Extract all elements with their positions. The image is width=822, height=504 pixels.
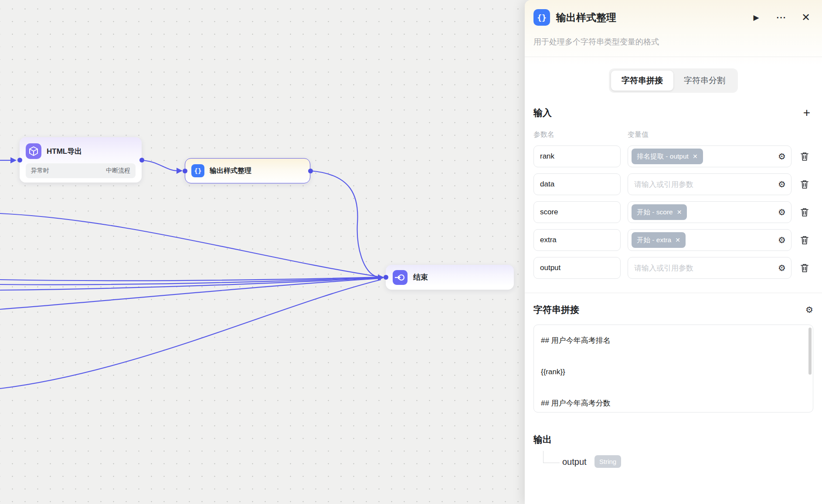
node-title: HTML导出 (47, 146, 82, 156)
remove-ref-icon[interactable]: ✕ (677, 209, 682, 216)
input-port[interactable] (384, 275, 388, 280)
node-html-export[interactable]: HTML导出 异常时 中断流程 (20, 137, 142, 183)
remove-ref-icon[interactable]: ✕ (675, 237, 680, 244)
ref-label: 开始 - extra (637, 236, 671, 245)
concat-template-editor[interactable]: ## 用户今年高考排名 {{rank}} ## 用户今年高考分数 (533, 325, 813, 413)
param-name-input[interactable] (533, 173, 621, 195)
param-name-input[interactable] (533, 257, 621, 279)
gear-icon[interactable]: ⚙ (778, 152, 786, 161)
param-row: 开始 - score ✕ ⚙ (533, 201, 813, 223)
tree-connector (543, 451, 560, 463)
ref-label: 开始 - score (637, 208, 673, 217)
template-line: {{rank}} (541, 366, 802, 378)
run-button[interactable]: ▶ (749, 10, 764, 25)
param-value-box[interactable]: 开始 - score ✕ ⚙ (628, 201, 791, 223)
error-action: 中断流程 (106, 167, 130, 175)
gear-icon[interactable]: ⚙ (778, 180, 786, 189)
panel-subtitle: 用于处理多个字符串类型变量的格式 (533, 37, 813, 47)
param-row: 排名提取 - output ✕ ⚙ (533, 145, 813, 167)
trash-icon[interactable] (799, 235, 810, 245)
output-param-name: output (562, 457, 587, 467)
param-row: 请输入或引用参数 ⚙ (533, 173, 813, 195)
param-value-box[interactable]: 请输入或引用参数 ⚙ (628, 257, 791, 279)
gear-icon[interactable]: ⚙ (805, 305, 813, 314)
cube-icon (26, 143, 41, 159)
trash-icon[interactable] (799, 151, 810, 162)
param-value-box[interactable]: 请输入或引用参数 ⚙ (628, 173, 791, 195)
template-line: ## 用户今年高考分数 (541, 397, 802, 409)
col-param-value: 变量值 (628, 130, 649, 139)
mode-tabs: 字符串拼接 字符串分割 (609, 68, 738, 93)
more-menu-button[interactable]: ··· (774, 10, 789, 25)
node-title: 输出样式整理 (210, 166, 251, 176)
output-section-title: 输出 (533, 434, 552, 444)
gear-icon[interactable]: ⚙ (778, 208, 786, 216)
trash-icon[interactable] (799, 179, 810, 189)
tab-string-split[interactable]: 字符串分割 (673, 71, 736, 91)
braces-icon: {} (191, 164, 204, 177)
output-param-row: output String (533, 446, 813, 473)
trash-icon[interactable] (799, 207, 810, 217)
output-port[interactable] (308, 169, 313, 173)
node-output-style[interactable]: {} 输出样式整理 (185, 158, 310, 183)
param-name-input[interactable] (533, 201, 621, 223)
editor-scrollbar[interactable] (808, 328, 812, 375)
input-port[interactable] (183, 169, 187, 173)
template-line: ## 用户今年高考排名 (541, 335, 802, 347)
param-name-input[interactable] (533, 145, 621, 167)
panel-title: 输出样式整理 (556, 11, 749, 24)
error-handling-bar[interactable]: 异常时 中断流程 (26, 163, 136, 178)
value-placeholder: 请输入或引用参数 (632, 263, 693, 273)
param-value-box[interactable]: 排名提取 - output ✕ ⚙ (628, 145, 791, 167)
concat-section-title: 字符串拼接 (533, 304, 579, 316)
param-name-input[interactable] (533, 229, 621, 251)
col-param-name: 参数名 (533, 130, 628, 139)
column-headers: 参数名 变量值 (533, 130, 813, 139)
panel-header: {} 输出样式整理 ▶ ··· ✕ (533, 8, 813, 27)
ref-label: 排名提取 - output (637, 152, 689, 161)
node-config-panel: {} 输出样式整理 ▶ ··· ✕ 用于处理多个字符串类型变量的格式 字符串拼接… (525, 0, 822, 504)
remove-ref-icon[interactable]: ✕ (693, 153, 698, 160)
param-value-box[interactable]: 开始 - extra ✕ ⚙ (628, 229, 791, 251)
end-arrow-icon (393, 270, 408, 285)
param-row: 请输入或引用参数 ⚙ (533, 257, 813, 279)
variable-ref-tag[interactable]: 排名提取 - output ✕ (632, 149, 703, 164)
edges-layer (0, 0, 525, 504)
gear-icon[interactable]: ⚙ (778, 264, 786, 272)
close-button[interactable]: ✕ (798, 10, 813, 25)
gear-icon[interactable]: ⚙ (778, 236, 786, 244)
input-port[interactable] (17, 158, 22, 162)
divider (525, 57, 822, 57)
divider (525, 293, 822, 293)
node-title: 结束 (413, 272, 428, 282)
param-row: 开始 - extra ✕ ⚙ (533, 229, 813, 251)
variable-ref-tag[interactable]: 开始 - score ✕ (632, 204, 687, 220)
value-placeholder: 请输入或引用参数 (632, 179, 693, 189)
variable-ref-tag[interactable]: 开始 - extra ✕ (632, 232, 686, 248)
trash-icon[interactable] (799, 263, 810, 273)
type-badge: String (594, 455, 621, 468)
error-label: 异常时 (31, 167, 49, 175)
node-end[interactable]: 结束 (386, 265, 514, 290)
tab-string-concat[interactable]: 字符串拼接 (611, 71, 673, 91)
output-port[interactable] (139, 158, 144, 162)
add-param-button[interactable]: + (800, 106, 813, 120)
input-section-title: 输入 (533, 107, 552, 119)
braces-icon: {} (533, 9, 550, 26)
workflow-canvas[interactable]: HTML导出 异常时 中断流程 {} 输出样式整理 结束 (0, 0, 525, 504)
